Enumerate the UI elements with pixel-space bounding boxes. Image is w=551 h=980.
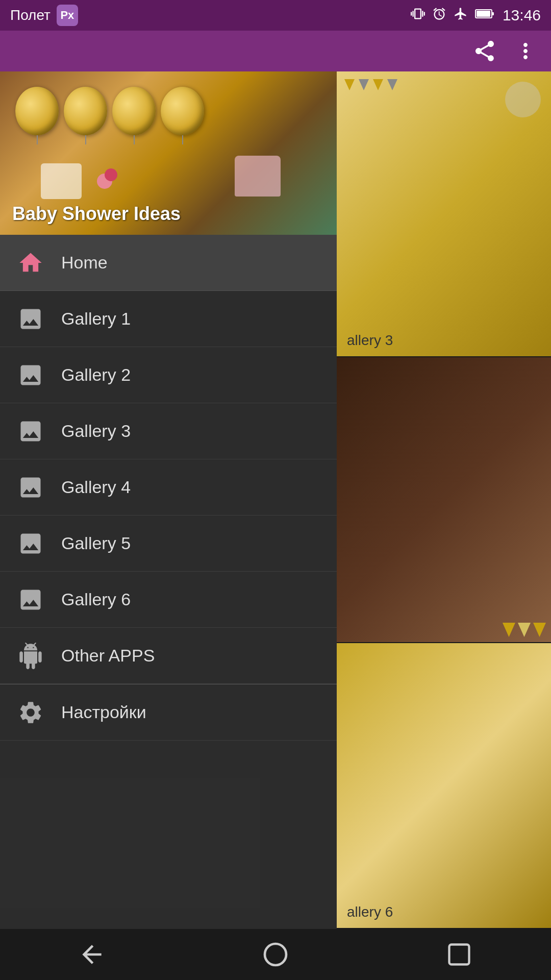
gallery1-icon (15, 304, 46, 334)
balloon-i (161, 87, 204, 135)
svg-rect-2 (477, 11, 490, 17)
menu-item-otherapps[interactable]: Other APPS (0, 628, 337, 684)
battery-icon (475, 7, 495, 24)
gallery-background: allery 3 allery 6 (337, 71, 551, 929)
balloon-a (64, 87, 107, 135)
gallery-6-label: allery 6 (347, 904, 393, 920)
menu-item-gallery1[interactable]: Gallery 1 (0, 291, 337, 347)
balloon-decoration (15, 87, 204, 135)
gallery-3-label: allery 3 (347, 332, 393, 349)
menu-item-gallery4[interactable]: Gallery 4 (0, 459, 337, 516)
gallery2-icon (15, 360, 46, 390)
svg-rect-1 (492, 12, 494, 15)
alarm-icon (432, 7, 446, 24)
gallery5-icon (15, 528, 46, 559)
menu-label-gallery6: Gallery 6 (61, 590, 131, 609)
status-bar-right: 13:46 (411, 7, 541, 24)
gallery-thumb-3[interactable]: allery 3 (337, 71, 551, 357)
menu-label-home: Home (61, 253, 108, 273)
gallery-thumb-5[interactable] (337, 357, 551, 643)
menu-item-gallery5[interactable]: Gallery 5 (0, 516, 337, 572)
svg-point-3 (265, 944, 286, 965)
gallery3-icon (15, 416, 46, 447)
share-button[interactable] (469, 36, 500, 66)
menu-item-gallery2[interactable]: Gallery 2 (0, 347, 337, 403)
balloon-b (15, 87, 59, 135)
android-icon (15, 641, 46, 671)
status-bar: Полет Px 13:46 (0, 0, 551, 31)
menu-item-gallery6[interactable]: Gallery 6 (0, 572, 337, 628)
nav-recents-button[interactable] (439, 934, 480, 975)
vibrate-icon (411, 7, 425, 24)
bunting-decoration (344, 79, 543, 90)
menu-label-gallery3: Gallery 3 (61, 421, 131, 441)
menu-item-home[interactable]: Home (0, 235, 337, 291)
gallery4-icon (15, 472, 46, 503)
menu-item-gallery3[interactable]: Gallery 3 (0, 403, 337, 459)
menu-label-otherapps: Other APPS (61, 646, 155, 666)
menu-item-settings[interactable]: Настройки (0, 684, 337, 741)
svg-rect-4 (449, 945, 469, 965)
status-time: 13:46 (503, 7, 541, 24)
gallery6-icon (15, 584, 46, 615)
flag-decoration (503, 623, 546, 637)
status-bar-left: Полет Px (10, 5, 78, 26)
more-options-button[interactable] (510, 36, 541, 66)
settings-icon (15, 697, 46, 728)
menu-label-gallery4: Gallery 4 (61, 477, 131, 497)
nav-bar (0, 929, 551, 980)
home-icon (15, 248, 46, 278)
nav-home-button[interactable] (255, 934, 296, 975)
drawer-header: Baby Shower Ideas (0, 71, 337, 235)
menu-list: Home Gallery 1 Gallery 2 (0, 235, 337, 741)
drawer-app-title: Baby Shower Ideas (12, 203, 181, 225)
carrier-label: Полет (10, 7, 51, 23)
balloon-b2 (112, 87, 156, 135)
menu-label-gallery5: Gallery 5 (61, 533, 131, 553)
dessert-table-decoration (15, 138, 321, 209)
navigation-drawer: Baby Shower Ideas Home Gallery 1 (0, 71, 337, 929)
gallery-thumb-6[interactable]: allery 6 (337, 643, 551, 929)
toolbar (0, 31, 551, 71)
menu-label-gallery1: Gallery 1 (61, 309, 131, 329)
menu-label-settings: Настройки (61, 702, 146, 722)
airplane-icon (454, 7, 468, 24)
nav-back-button[interactable] (71, 934, 112, 975)
pixelcode-icon: Px (57, 5, 78, 26)
menu-label-gallery2: Gallery 2 (61, 365, 131, 385)
